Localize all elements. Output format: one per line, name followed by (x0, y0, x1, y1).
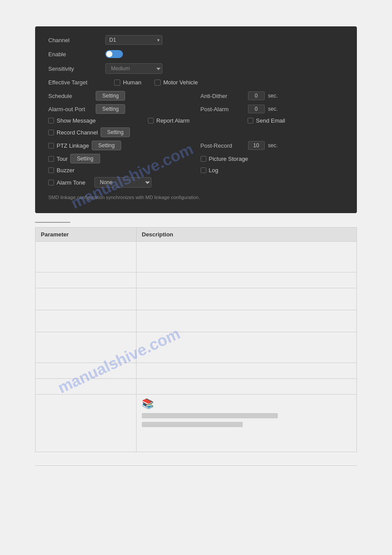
placeholder-bar-1 (142, 413, 278, 418)
alarm-tone-checkbox[interactable] (48, 180, 54, 185)
info-text: SMD linkage configuration synchronizes w… (48, 195, 344, 200)
channel-label: Channel (48, 37, 101, 44)
cell-param-5 (36, 332, 137, 363)
anti-dither-row: Anti-Dither sec. (201, 91, 344, 101)
alarm-tone-row: Alarm Tone None (48, 177, 344, 188)
report-alarm-label: Report Alarm (156, 117, 190, 124)
cell-param-1 (36, 242, 137, 272)
report-alarm-checkbox[interactable] (148, 118, 154, 123)
cell-desc-4 (137, 310, 356, 332)
ptz-linkage-row: PTZ Linkage Setting (48, 141, 192, 150)
schedule-row: Schedule Setting (48, 91, 192, 101)
schedule-btn[interactable]: Setting (96, 91, 125, 101)
record-channel-btn[interactable]: Setting (101, 127, 130, 137)
cell-param-7 (36, 379, 137, 394)
cell-desc-3 (137, 288, 356, 310)
post-record-label: Post-Record (201, 142, 245, 149)
alarm-tone-select-wrapper[interactable]: None (94, 177, 151, 188)
enable-toggle[interactable] (105, 50, 123, 58)
enable-label: Enable (48, 51, 101, 58)
post-record-row: Post-Record sec. (201, 141, 344, 150)
human-label: Human (123, 79, 141, 86)
buzzer-label: Buzzer (57, 167, 74, 174)
show-message-label: Show Message (57, 117, 96, 124)
channel-row: Channel D1 (48, 35, 344, 45)
effective-target-label: Effective Target (48, 79, 101, 86)
cell-desc-8: 📚 (137, 395, 356, 452)
cell-desc-1 (137, 242, 356, 272)
picture-storage-row: Picture Storage (201, 154, 344, 163)
table-row (36, 310, 356, 332)
log-row: Log (201, 167, 344, 174)
channel-select[interactable]: D1 (105, 35, 162, 45)
table-row: 📚 (36, 395, 356, 452)
table-row (36, 332, 356, 363)
picture-storage-label: Picture Storage (209, 156, 248, 162)
alarm-out-port-row: Alarm-out Port Setting (48, 104, 192, 114)
note-area: 📚 (142, 398, 278, 427)
alarm-tone-select[interactable]: None (94, 177, 151, 188)
header-desc: Description (137, 228, 356, 241)
book-icon: 📚 (142, 398, 154, 410)
human-checkbox[interactable] (114, 80, 120, 86)
separator (35, 222, 70, 223)
cell-param-3 (36, 288, 137, 310)
send-email-row: Send Email (248, 117, 344, 124)
anti-dither-label: Anti-Dither (201, 93, 245, 99)
ptz-linkage-checkbox[interactable] (48, 143, 54, 149)
record-channel-label: Record Channel (57, 129, 98, 136)
post-record-input[interactable] (248, 141, 265, 150)
post-alarm-row: Post-Alarm sec. (201, 104, 344, 114)
effective-target-row: Effective Target Human Motor Vehicle (48, 79, 344, 86)
tour-checkbox[interactable] (48, 156, 54, 162)
config-panel: Channel D1 Enable Sensitivity Medium Eff… (35, 26, 357, 213)
ptz-linkage-btn[interactable]: Setting (92, 141, 121, 150)
alarm-tone-checkbox-row: Alarm Tone (48, 179, 86, 186)
log-label: Log (209, 167, 219, 174)
target-motor-vehicle: Motor Vehicle (155, 79, 198, 86)
table-row (36, 379, 356, 395)
record-channel-row: Record Channel Setting (48, 127, 192, 137)
empty-right-1 (201, 127, 344, 137)
buzzer-checkbox[interactable] (48, 167, 54, 173)
cell-desc-2 (137, 272, 356, 288)
log-checkbox[interactable] (201, 167, 206, 173)
show-message-row: Show Message (48, 117, 144, 124)
send-email-label: Send Email (256, 117, 285, 124)
cell-param-8 (36, 395, 137, 452)
table-row (36, 363, 356, 379)
alarm-tone-label: Alarm Tone (57, 179, 86, 186)
table-row (36, 288, 356, 310)
cell-param-4 (36, 310, 137, 332)
post-alarm-unit: sec. (268, 106, 278, 112)
ptz-linkage-label: PTZ Linkage (57, 142, 89, 149)
show-message-checkbox[interactable] (48, 118, 54, 123)
channel-select-wrapper[interactable]: D1 (105, 35, 162, 45)
post-record-unit: sec. (268, 142, 278, 149)
motor-vehicle-checkbox[interactable] (155, 80, 161, 86)
sensitivity-select-wrapper[interactable]: Medium (105, 63, 162, 74)
motor-vehicle-label: Motor Vehicle (163, 79, 198, 86)
tour-btn[interactable]: Setting (70, 154, 100, 163)
anti-dither-input[interactable] (248, 91, 265, 100)
post-alarm-label: Post-Alarm (201, 106, 245, 112)
picture-storage-checkbox[interactable] (201, 156, 206, 162)
post-alarm-input[interactable] (248, 105, 265, 113)
table-row (36, 242, 356, 272)
tour-row: Tour Setting (48, 154, 192, 163)
record-channel-checkbox[interactable] (48, 130, 54, 135)
sensitivity-select[interactable]: Medium (105, 63, 162, 74)
sensitivity-label: Sensitivity (48, 65, 101, 72)
cell-desc-7 (137, 379, 356, 394)
bottom-rule (35, 465, 357, 466)
target-human: Human (114, 79, 141, 86)
enable-row: Enable (48, 50, 344, 58)
send-email-checkbox[interactable] (248, 118, 253, 123)
sensitivity-row: Sensitivity Medium (48, 63, 344, 74)
table-header: Parameter Description (36, 228, 356, 242)
cell-param-2 (36, 272, 137, 288)
alarm-out-port-btn[interactable]: Setting (96, 104, 125, 114)
tour-label: Tour (57, 156, 68, 162)
cell-desc-5 (137, 332, 356, 363)
schedule-label: Schedule (48, 93, 92, 99)
